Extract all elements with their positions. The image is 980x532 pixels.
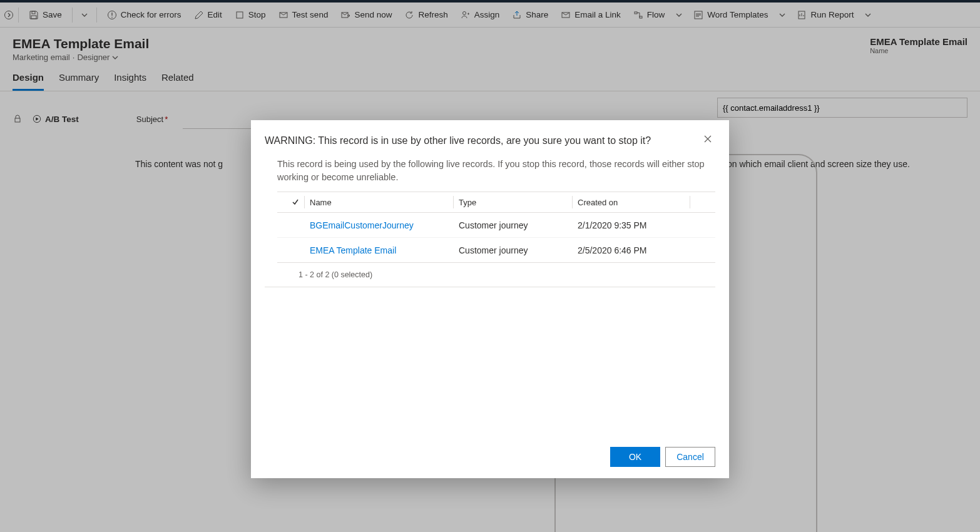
close-icon [704,135,712,143]
dialog-body-text: This record is being used by the followi… [251,146,729,184]
table-row[interactable]: BGEmailCustomerJourney Customer journey … [277,213,715,238]
column-name-header[interactable]: Name [305,196,454,208]
column-type-header[interactable]: Type [454,196,573,208]
ok-button[interactable]: OK [610,447,660,467]
record-link[interactable]: BGEmailCustomerJourney [305,220,454,230]
record-type: Customer journey [454,220,573,230]
modal-overlay: WARNING: This record is in use by other … [0,0,980,532]
dependent-records-grid: Name Type Created on BGEmailCustomerJour… [277,192,715,263]
record-link[interactable]: EMEA Template Email [305,245,454,255]
column-created-header[interactable]: Created on [573,196,690,208]
table-row[interactable]: EMEA Template Email Customer journey 2/5… [277,238,715,263]
record-type: Customer journey [454,245,573,255]
grid-footer-count: 1 - 2 of 2 (0 selected) [265,263,715,287]
select-all-checkbox[interactable] [277,196,305,208]
record-created: 2/1/2020 9:35 PM [573,220,690,230]
check-icon [292,198,299,206]
dialog-title: WARNING: This record is in use by other … [265,135,651,146]
stop-warning-dialog: WARNING: This record is in use by other … [251,120,729,478]
record-created: 2/5/2020 6:46 PM [573,245,690,255]
dialog-close-button[interactable] [704,135,715,146]
cancel-button[interactable]: Cancel [665,447,715,467]
